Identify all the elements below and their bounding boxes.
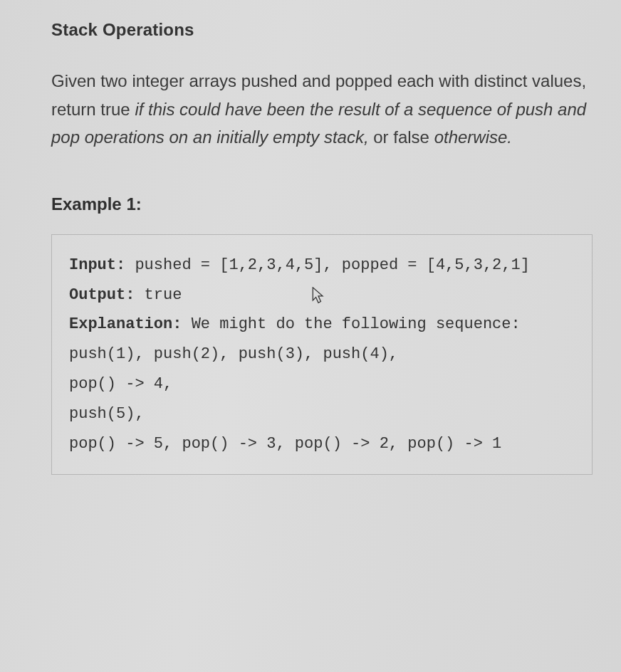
input-label: Input: xyxy=(69,256,125,274)
output-value: true xyxy=(135,286,182,304)
example-code-block: Input: pushed = [1,2,3,4,5], popped = [4… xyxy=(51,234,593,476)
output-label: Output: xyxy=(69,286,135,304)
problem-description: Given two integer arrays pushed and popp… xyxy=(51,67,593,152)
input-value: pushed = [1,2,3,4,5], popped = [4,5,3,2,… xyxy=(125,256,530,274)
desc-italic-2: otherwise. xyxy=(434,127,512,147)
desc-text-2: or false xyxy=(369,127,434,147)
problem-title: Stack Operations xyxy=(51,20,593,40)
problem-page: Stack Operations Given two integer array… xyxy=(0,0,621,672)
example-heading: Example 1: xyxy=(51,194,593,214)
explanation-value: We might do the following sequence: push… xyxy=(69,315,521,452)
explanation-label: Explanation: xyxy=(69,315,182,333)
